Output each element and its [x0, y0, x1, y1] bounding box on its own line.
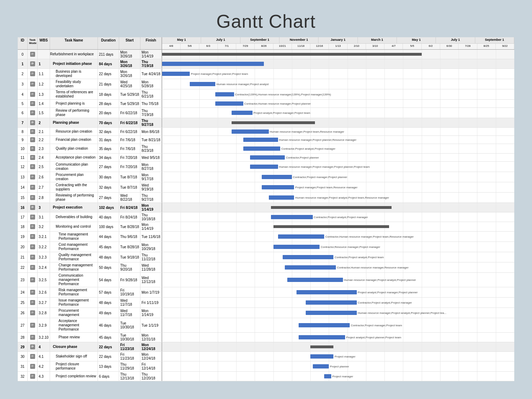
grid-line: [496, 100, 496, 107]
mode-icon: ⟳: [30, 61, 35, 66]
grid-line: [348, 154, 348, 161]
cell-mode: ⟳: [28, 128, 38, 135]
grid-line: [236, 273, 237, 287]
cell-id: 9: [18, 136, 28, 144]
table-row: 16⟳3Project execution102 daysFri 8/24/18…: [18, 203, 514, 212]
grid-line: [403, 212, 403, 222]
grid-line: [366, 144, 366, 153]
grid-line: [236, 212, 237, 222]
gantt-bar: [271, 206, 392, 209]
row-left: 0⟳Refurbishment in workplace211 daysMon …: [18, 50, 162, 59]
grid-line: [496, 273, 496, 287]
gantt-bar: [278, 234, 325, 239]
cell-name: Quality plan creation: [50, 144, 98, 153]
grid-line: [199, 262, 200, 272]
grid-line: [162, 298, 162, 307]
grid-line: [440, 252, 440, 262]
cell-finish: Tue 8/21/18: [140, 136, 162, 144]
cell-finish: Wed 9/5/18: [140, 154, 162, 161]
grid-line: [236, 262, 237, 272]
grid-line: [218, 252, 218, 262]
gantt-bar: [250, 165, 278, 169]
bar-container: Contractor,Human resource manager,Projec…: [162, 100, 514, 107]
bar-label: Contractor,Project analyst,Project manag…: [281, 147, 336, 150]
gantt-bar: [273, 245, 320, 249]
grid-line: [459, 100, 459, 107]
grid-line: [440, 372, 440, 381]
grid-line: [422, 89, 422, 99]
grid-line: [181, 372, 181, 381]
grid-line: [181, 162, 181, 172]
grid-line: [422, 222, 422, 231]
row-left: 10⟳2.3Quality plan creation35 daysFri 7/…: [18, 144, 162, 153]
grid-line: [496, 252, 496, 262]
grid-line: [384, 59, 385, 68]
grid-line: [348, 172, 348, 182]
mode-icon: ⟳: [30, 335, 35, 340]
mode-icon: ⟳: [30, 364, 35, 369]
cell-name: Contracting with the suppliers: [50, 182, 98, 192]
bar-label: Human resource manager,Project analyst,P…: [295, 196, 389, 199]
mode-icon: ⟳: [30, 110, 35, 115]
cell-name: Reviewing of performing phase: [50, 193, 98, 203]
cell-finish: Thu 7/19/18: [140, 59, 162, 68]
grid-line: [422, 193, 422, 203]
grid-line: [477, 308, 477, 318]
cell-start: Thu 12/13/18: [119, 372, 140, 381]
grid-line: [162, 232, 162, 242]
cell-wbs: 3.2.1: [38, 232, 50, 242]
bar-label: Human resource manager,Project manager,P…: [279, 165, 370, 168]
cell-duration: 27 days: [98, 162, 119, 172]
grid-line: [236, 318, 237, 332]
grid-line: [477, 342, 477, 351]
grid-line: [477, 136, 477, 144]
grid-line: [477, 172, 477, 182]
gantt-bar: [162, 62, 264, 66]
grid-line: [162, 318, 162, 332]
grid-line: [236, 287, 237, 297]
grid-line: [403, 69, 403, 79]
row-left: 25⟳3.2.7Issue management Performance48 d…: [18, 298, 162, 307]
cell-name: Procurement plan creation: [50, 172, 98, 182]
cell-duration: 34 days: [98, 154, 119, 161]
grid-line: [310, 361, 311, 371]
row-left: 32⟳4.3Project completion review6 daysThu…: [18, 372, 162, 381]
grid-line: [218, 144, 218, 153]
grid-line: [459, 182, 459, 192]
grid-line: [162, 333, 162, 342]
grid-line: [162, 79, 162, 89]
row-chart: Human resource manager,Project planner,R…: [162, 136, 514, 144]
grid-line: [366, 342, 366, 351]
grid-line: [162, 252, 162, 262]
grid-line: [162, 182, 162, 192]
cell-name: Project initiation phase: [50, 59, 98, 68]
grid-line: [218, 154, 218, 161]
cell-name: Acceptance management Performance: [50, 318, 98, 332]
cell-start: Fri 11/23/18: [119, 352, 140, 361]
grid-line: [459, 89, 459, 99]
grid-line: [181, 118, 181, 127]
grid-line: [236, 162, 237, 172]
grid-line: [459, 128, 459, 135]
cell-wbs: 3.2.6: [38, 287, 50, 297]
grid-line: [292, 342, 292, 351]
bar-label: Contractor,Project manager,Project team: [351, 324, 402, 327]
grid-line: [403, 352, 403, 361]
grid-line: [459, 222, 459, 231]
cell-finish: Mon 1/14/19: [140, 308, 162, 318]
grid-line: [162, 372, 162, 381]
bar-container: [162, 222, 514, 231]
table-row: 25⟳3.2.7Issue management Performance48 d…: [18, 298, 514, 308]
row-left: 24⟳3.2.6Risk management Performance57 da…: [18, 287, 162, 297]
gantt-bar: [297, 290, 357, 294]
grid-line: [273, 262, 274, 272]
grid-line: [162, 89, 162, 99]
cell-name: Planning phase: [50, 118, 98, 127]
grid-line: [496, 361, 496, 371]
grid-line: [273, 79, 274, 89]
bar-container: Human resource manager,Project manager,P…: [162, 162, 514, 172]
grid-line: [329, 59, 329, 68]
row-chart: Human resource manager,Project analyst: [162, 79, 514, 89]
header-mode: Task Mode: [28, 37, 38, 49]
cell-wbs: 4: [38, 342, 50, 351]
